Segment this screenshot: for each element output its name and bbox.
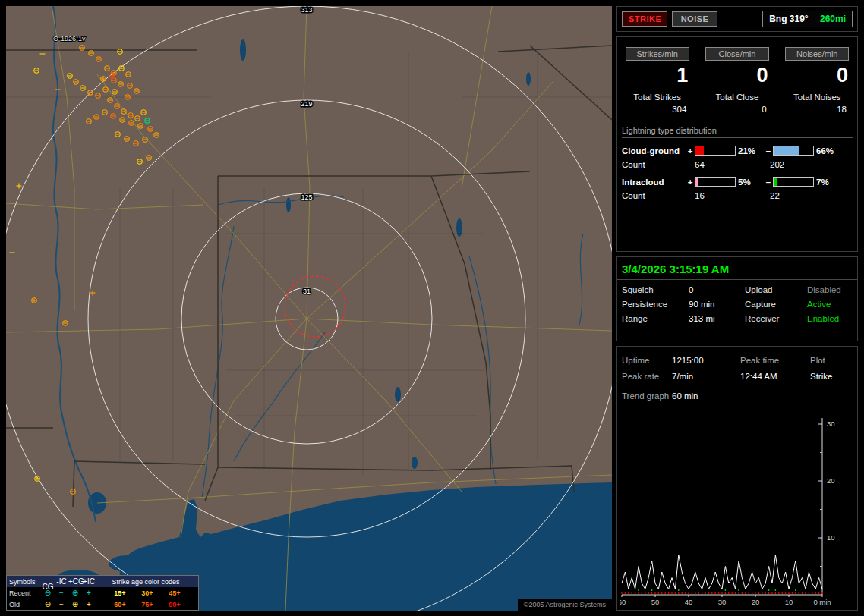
age-15: 15+ xyxy=(106,588,134,599)
strike-mode-button[interactable]: STRIKE xyxy=(622,11,667,27)
upload-status: Disabled xyxy=(807,285,860,294)
legend-header-row: Symbols -CG -IC +CG +IC Strike age color… xyxy=(7,576,198,587)
age-75: 75+ xyxy=(134,599,161,610)
status-row: Range 313 mi Receiver Enabled xyxy=(617,314,857,323)
ic-negative-bar xyxy=(773,177,814,187)
age-60: 60+ xyxy=(106,599,134,610)
total-strikes-value: 304 xyxy=(617,105,697,114)
trend-graph: 3020106050403020100 min xyxy=(620,409,856,608)
ic-negative-pct: 7% xyxy=(816,178,842,187)
svg-text:20: 20 xyxy=(752,598,760,606)
cloud-ground-row: Cloud-ground + 21% – 66% xyxy=(622,146,857,156)
svg-text:10: 10 xyxy=(785,598,793,606)
range-value: 313 mi xyxy=(689,314,745,323)
recent-neg-ic-icon: − xyxy=(55,588,68,599)
svg-text:30: 30 xyxy=(827,420,835,428)
persistence-label: Persistence xyxy=(622,300,689,309)
noise-mode-button[interactable]: NOISE xyxy=(672,11,717,27)
cloud-ground-label: Cloud-ground xyxy=(622,146,686,156)
svg-text:30: 30 xyxy=(718,598,727,606)
system-datetime: 3/4/2026 3:15:19 AM xyxy=(617,257,857,280)
noises-column: Noises/min 0 Total Noises 18 xyxy=(777,46,857,114)
close-per-min-button[interactable]: Close/min xyxy=(705,47,769,61)
cg-negative-count: 202 xyxy=(770,160,845,169)
total-strikes-label: Total Strikes xyxy=(617,93,697,102)
cg-negative-bar xyxy=(773,146,814,156)
receiver-status: Enabled xyxy=(807,314,860,323)
capture-status: Active xyxy=(807,300,860,309)
legend-col-neg-ic: -IC xyxy=(55,577,68,587)
legend-recent-row: Recent ⊖ − ⊕ + 15+ 30+ 45+ xyxy=(7,587,198,599)
cg-positive-bar xyxy=(695,146,736,156)
strikes-per-min-button[interactable]: Strikes/min xyxy=(626,47,689,61)
legend-old-row: Old ⊖ − ⊕ + 60+ 75+ 90+ xyxy=(7,599,198,610)
trend-graph-label: Trend graph xyxy=(622,391,672,401)
plot-value: Strike xyxy=(810,372,856,381)
legend-symbols-title: Symbols xyxy=(9,577,41,587)
recent-neg-cg-icon: ⊖ xyxy=(41,588,55,599)
legend-age-title: Strike age color codes xyxy=(96,577,196,587)
persistence-value: 90 min xyxy=(689,300,745,309)
cg-negative-pct: 66% xyxy=(816,146,842,156)
capture-label: Capture xyxy=(745,300,807,309)
sidebar: STRIKE NOISE Bng 319° 260mi Strikes/min … xyxy=(616,6,861,611)
cg-positive-pct: 21% xyxy=(738,146,764,156)
svg-text:313: 313 xyxy=(301,6,312,14)
statistics-panel: Strikes/min 1 Total Strikes 304 Close/mi… xyxy=(616,36,858,252)
ic-positive-bar xyxy=(695,177,736,187)
trend-panel: Uptime 1215:00 Peak time Plot Peak rate … xyxy=(616,346,858,611)
bearing-value: Bng 319° xyxy=(769,14,808,24)
legend-col-pos-cg: +CG xyxy=(68,577,82,587)
trend-info-grid: Uptime 1215:00 Peak time Plot Peak rate … xyxy=(617,356,857,381)
svg-text:40: 40 xyxy=(685,598,693,606)
squelch-label: Squelch xyxy=(622,285,689,294)
total-close-label: Total Close xyxy=(697,93,777,102)
recent-pos-ic-icon: + xyxy=(82,588,96,599)
svg-text:31: 31 xyxy=(303,288,311,295)
legend-old-label: Old xyxy=(9,599,41,610)
intracloud-label: Intracloud xyxy=(622,178,686,187)
strike-legend: Symbols -CG -IC +CG +IC Strike age color… xyxy=(6,575,199,611)
noises-per-min-button[interactable]: Noises/min xyxy=(785,47,849,61)
old-neg-cg-icon: ⊖ xyxy=(41,599,55,610)
age-90: 90+ xyxy=(161,599,188,610)
noises-rate-value: 0 xyxy=(777,64,857,88)
old-pos-ic-icon: + xyxy=(82,599,96,610)
svg-text:20: 20 xyxy=(827,476,835,485)
copyright: ©2005 Astrogenic Systems xyxy=(518,599,612,611)
range-label: Range xyxy=(622,314,689,323)
plus-sign: + xyxy=(686,178,695,187)
plus-sign: + xyxy=(686,146,695,156)
peak-rate-label: Peak rate xyxy=(622,372,672,381)
peak-time-label: Peak time xyxy=(740,356,810,365)
mode-panel: STRIKE NOISE Bng 319° 260mi xyxy=(616,6,858,32)
svg-text:219: 219 xyxy=(301,100,312,108)
trend-window-value: 60 min xyxy=(672,391,740,401)
intracloud-count-row: Count 16 22 xyxy=(622,191,857,200)
close-rate-value: 0 xyxy=(697,64,777,88)
peak-time-value: 12:44 AM xyxy=(740,372,810,381)
status-row: Squelch 0 Upload Disabled xyxy=(617,285,857,294)
svg-text:125: 125 xyxy=(301,193,312,201)
total-noises-value: 18 xyxy=(777,105,857,114)
minus-sign: – xyxy=(764,178,773,187)
receiver-label: Receiver xyxy=(745,314,807,323)
total-close-value: 0 xyxy=(697,105,777,114)
svg-text:10: 10 xyxy=(827,533,835,542)
storm-cell-label: O-1926-1v xyxy=(53,35,86,42)
cg-positive-count: 64 xyxy=(695,160,770,169)
ic-positive-pct: 5% xyxy=(738,178,764,187)
status-panel: 3/4/2026 3:15:19 AM Squelch 0 Upload Dis… xyxy=(616,256,858,341)
map-canvas: 31125219313 O-1926-1v xyxy=(6,6,612,611)
svg-text:0 min: 0 min xyxy=(813,598,831,606)
status-row: Persistence 90 min Capture Active xyxy=(617,300,857,309)
peak-rate-value: 7/min xyxy=(672,372,740,381)
bearing-display: Bng 319° 260mi xyxy=(762,11,853,27)
uptime-value: 1215:00 xyxy=(672,356,740,365)
distance-value: 260mi xyxy=(820,14,846,24)
uptime-label: Uptime xyxy=(622,356,672,365)
minus-sign: – xyxy=(764,146,773,156)
lightning-map[interactable]: 31125219313 O-1926-1v Symbols -CG -IC +C… xyxy=(6,6,612,611)
plot-label: Plot xyxy=(810,356,856,365)
age-30: 30+ xyxy=(134,588,161,599)
